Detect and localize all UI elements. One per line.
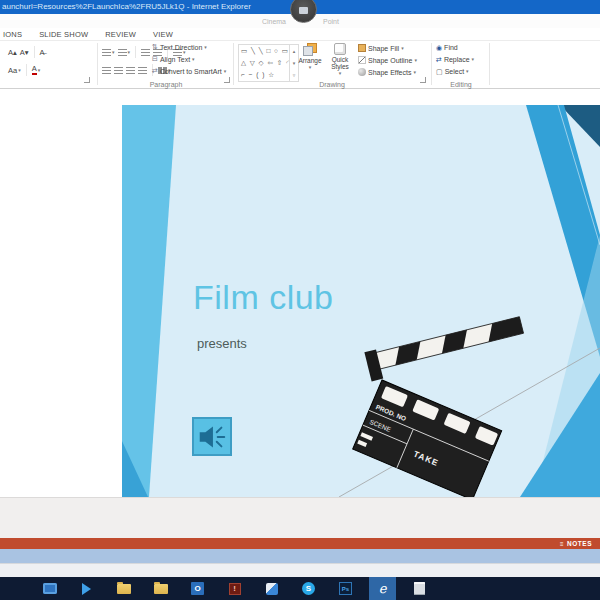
shapes-row[interactable]: ⌐ ~ ( ) ☆ <box>241 69 289 81</box>
decrease-indent-icon <box>141 49 150 56</box>
chevron-down-icon: ▾ <box>204 45 207 50</box>
left-band-shape <box>122 105 176 497</box>
bullets-button[interactable]: ▾ <box>102 49 115 56</box>
audio-button[interactable] <box>192 417 232 456</box>
slide-canvas[interactable]: PROD. NO SCENE TAKE <box>122 105 600 497</box>
divider <box>26 64 27 76</box>
tab-view[interactable]: VIEW <box>153 30 173 39</box>
divider <box>34 46 35 58</box>
taskbar-icon-folder-1[interactable] <box>116 581 131 596</box>
select-icon: ▢ <box>436 68 443 75</box>
paragraph-group-label: Paragraph <box>98 81 234 88</box>
taskbar-icon-skype[interactable]: S <box>301 581 316 596</box>
paragraph-dialog-launcher[interactable] <box>224 77 230 83</box>
shapes-gallery[interactable]: ▭ ╲ ╲ □ ○ ▭ △ ▽ ◇ ⇦ ⇧ ◠ ⌐ ~ ( ) ☆ <box>238 44 290 82</box>
ribbon: A▴ A▾ A̶ Aa ▾ A ▾ ▾ ▾ <box>0 41 600 89</box>
smartart-icon: ⇄ <box>152 67 158 75</box>
window-strip <box>0 549 600 563</box>
gallery-more-icon[interactable]: ▿ <box>293 72 296 78</box>
tab-slide-show[interactable]: SLIDE SHOW <box>39 30 88 39</box>
bullets-icon <box>102 49 111 56</box>
notes-icon: ≡ <box>560 541 564 547</box>
shrink-font-button[interactable]: A▾ <box>20 48 29 57</box>
drawing-dialog-launcher[interactable] <box>420 77 426 83</box>
bubble-icon <box>299 7 308 14</box>
taskbar-icon-monitor[interactable] <box>42 581 57 596</box>
select-button[interactable]: ▢ Select ▾ <box>436 68 469 75</box>
chevron-down-icon: ▾ <box>128 50 131 55</box>
change-case-button[interactable]: Aa ▾ <box>8 66 21 75</box>
chevron-down-icon: ▾ <box>18 68 21 73</box>
taskbar-icon-notepad[interactable] <box>412 581 427 596</box>
taskbar-icon-alert[interactable]: ! <box>227 581 242 596</box>
quick-styles-icon <box>334 43 346 55</box>
arrange-icon <box>303 43 317 56</box>
quick-styles-button[interactable]: Quick Styles ▾ <box>326 43 354 76</box>
justify-button[interactable] <box>138 67 147 74</box>
screen: aunchurl=Resources%2FLaunchIca%2FRU5JLk1… <box>0 0 600 600</box>
grow-font-button[interactable]: A▴ <box>8 48 17 57</box>
folder-icon <box>117 584 131 594</box>
align-text-button[interactable]: ⊟ Align Text ▾ <box>152 55 195 63</box>
chevron-down-icon: ▾ <box>192 57 195 62</box>
text-direction-button[interactable]: ⇅ Text Direction ▾ <box>152 43 207 51</box>
taskbar-icon-outlook[interactable]: O <box>190 581 205 596</box>
bottom-right-triangle-shape <box>520 373 600 497</box>
desktop-strip <box>0 563 600 577</box>
font-group: A▴ A▾ A̶ Aa ▾ A ▾ <box>0 41 96 89</box>
slide-subtitle[interactable]: presents <box>197 336 247 351</box>
notes-button[interactable]: ≡ NOTES <box>560 538 592 549</box>
align-center-icon <box>114 67 123 74</box>
chevron-down-icon: ▾ <box>339 71 342 76</box>
editing-group-label: Editing <box>432 81 490 88</box>
chevron-down-icon: ▾ <box>401 46 404 51</box>
numbering-button[interactable]: ▾ <box>118 49 131 56</box>
align-left-button[interactable] <box>102 67 111 74</box>
align-right-button[interactable] <box>126 67 135 74</box>
taskbar-icon-internet-explorer[interactable]: e <box>369 577 396 600</box>
find-button[interactable]: ◉ Find <box>436 44 458 51</box>
notepad-icon <box>414 582 425 595</box>
align-left-icon <box>102 67 111 74</box>
font-dialog-launcher[interactable] <box>84 77 90 83</box>
taskbar: O ! S Ps e <box>0 577 600 600</box>
taskbar-icon-folder-2[interactable] <box>153 581 168 596</box>
convert-to-smartart-button[interactable]: ⇄ Convert to SmartArt ▾ <box>152 67 226 75</box>
arrange-button[interactable]: Arrange ▾ <box>296 43 324 70</box>
shape-effects-icon <box>358 68 366 76</box>
chevron-down-icon: ▾ <box>472 57 475 62</box>
monitor-icon <box>43 583 57 594</box>
flag-icon <box>266 583 278 595</box>
chevron-down-icon: ▾ <box>38 68 41 73</box>
shapes-row[interactable]: ▭ ╲ ╲ □ ○ ▭ <box>241 45 289 57</box>
shape-effects-button[interactable]: Shape Effects ▾ <box>358 68 416 76</box>
chevron-down-icon: ▾ <box>309 65 312 70</box>
gallery-down-icon[interactable]: ▾ <box>293 60 296 66</box>
taskbar-icon-photoshop[interactable]: Ps <box>338 581 353 596</box>
decrease-indent-button[interactable] <box>141 49 150 56</box>
slide-title[interactable]: Film club <box>193 278 334 317</box>
chevron-down-icon: ▾ <box>224 69 227 74</box>
shapes-row[interactable]: △ ▽ ◇ ⇦ ⇧ ◠ <box>241 57 289 69</box>
font-color-button[interactable]: A ▾ <box>32 65 41 75</box>
clear-formatting-button[interactable]: A̶ <box>40 48 45 57</box>
gallery-up-icon[interactable]: ▴ <box>293 48 296 54</box>
photoshop-icon: Ps <box>339 582 352 595</box>
align-right-icon <box>126 67 135 74</box>
replace-button[interactable]: ⇄ Replace ▾ <box>436 56 474 63</box>
tab-animations-partial[interactable]: IONS <box>3 30 22 39</box>
ribbon-tabs: IONS SLIDE SHOW REVIEW VIEW <box>0 28 600 41</box>
align-center-button[interactable] <box>114 67 123 74</box>
window-title: aunchurl=Resources%2FLaunchIca%2FRU5JLk1… <box>2 2 251 11</box>
shape-outline-button[interactable]: Shape Outline ▾ <box>358 56 417 64</box>
paragraph-group: ▾ ▾ ▾ ▾ ⇅ Text Direction ▾ <box>98 41 234 89</box>
tab-review[interactable]: REVIEW <box>105 30 136 39</box>
doc-title-fragment-right: Point <box>323 18 339 25</box>
find-icon: ◉ <box>436 44 442 51</box>
taskbar-icon-flag[interactable] <box>264 581 279 596</box>
alert-icon: ! <box>229 583 241 595</box>
shape-fill-button[interactable]: Shape Fill ▾ <box>358 44 404 52</box>
divider <box>135 46 136 58</box>
doc-title-fragment-left: Cinema <box>240 18 286 25</box>
taskbar-icon-media-player[interactable] <box>79 581 94 596</box>
